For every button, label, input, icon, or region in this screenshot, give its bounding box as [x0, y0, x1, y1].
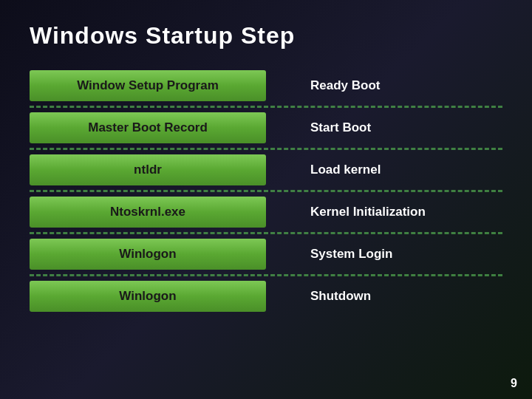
slide: Windows Startup Step Window Setup Progra… [0, 0, 532, 399]
step-box-5: Winlogon [30, 239, 266, 270]
step-label-6: Shutdown [310, 289, 371, 304]
step-4: Ntoskrnl.exeKernel Initialization [30, 197, 502, 228]
step-row-5: WinlogonSystem Login [30, 239, 502, 276]
step-2: Master Boot RecordStart Boot [30, 112, 502, 143]
step-5: WinlogonSystem Login [30, 239, 502, 270]
step-1: Window Setup ProgramReady Boot [30, 70, 502, 101]
step-6: WinlogonShutdown [30, 281, 502, 312]
step-label-4: Kernel Initialization [310, 205, 426, 219]
dashed-divider-5 [30, 274, 502, 276]
dashed-divider-4 [30, 232, 502, 234]
dashed-divider-1 [30, 106, 502, 108]
step-box-2: Master Boot Record [30, 112, 266, 143]
dashed-divider-2 [30, 148, 502, 150]
step-row-6: WinlogonShutdown [30, 281, 502, 312]
step-row-3: ntldrLoad kernel [30, 154, 502, 192]
rows-container: Window Setup ProgramReady BootMaster Boo… [30, 70, 502, 312]
step-row-1: Window Setup ProgramReady Boot [30, 70, 502, 108]
step-box-1: Window Setup Program [30, 70, 266, 101]
step-box-3: ntldr [30, 154, 266, 185]
step-label-1: Ready Boot [310, 78, 380, 93]
dashed-divider-3 [30, 190, 502, 192]
slide-title: Windows Startup Step [30, 22, 502, 50]
step-box-4: Ntoskrnl.exe [30, 197, 266, 228]
step-label-2: Start Boot [310, 120, 371, 135]
step-row-2: Master Boot RecordStart Boot [30, 112, 502, 150]
step-3: ntldrLoad kernel [30, 154, 502, 185]
step-label-3: Load kernel [310, 163, 381, 177]
step-label-5: System Login [310, 247, 392, 262]
step-row-4: Ntoskrnl.exeKernel Initialization [30, 197, 502, 234]
step-box-6: Winlogon [30, 281, 266, 312]
page-number: 9 [511, 377, 517, 390]
